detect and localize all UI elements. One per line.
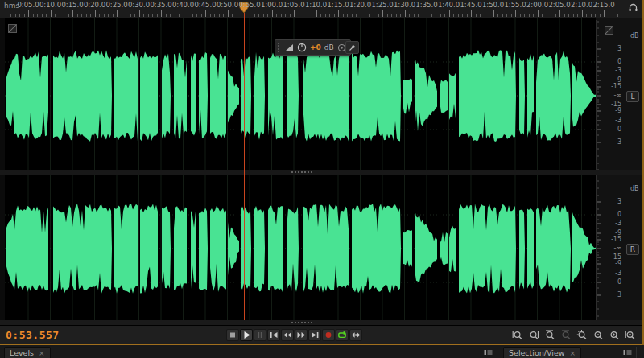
zoom-in-amplitude-button[interactable] xyxy=(623,329,638,341)
hud-drag-grip[interactable] xyxy=(278,43,282,52)
ruler-tick xyxy=(294,10,295,17)
tab-selection-view-close-icon[interactable]: × xyxy=(570,349,576,357)
ruler-tick xyxy=(205,10,206,17)
ruler-tick xyxy=(400,14,401,17)
ruler-tick xyxy=(113,14,114,17)
play-button[interactable] xyxy=(240,329,253,341)
gain-knob-icon[interactable] xyxy=(297,43,307,52)
db-scale-label: -15 xyxy=(601,84,621,90)
skip-to-end-button[interactable] xyxy=(308,329,321,341)
ruler-tick xyxy=(24,14,25,17)
ruler-tick xyxy=(369,14,370,17)
zoom-out-full-icon xyxy=(560,330,572,340)
tab-levels-label: Levels xyxy=(10,348,34,357)
channel-splitter-grip[interactable] xyxy=(291,171,312,173)
ruler-tick xyxy=(524,14,525,17)
loop-playback-button[interactable] xyxy=(336,329,349,341)
db-scale-label-infinity: -∞ xyxy=(601,245,621,252)
channel-badge-l[interactable]: L xyxy=(626,91,639,102)
ruler-tick xyxy=(418,14,419,17)
record-button[interactable] xyxy=(322,329,335,341)
skip-selection-button[interactable] xyxy=(349,329,362,341)
zoom-in-time-button[interactable] xyxy=(607,329,621,341)
ruler-time-label: 1:00.0 xyxy=(261,1,283,9)
ruler-tick xyxy=(117,10,118,17)
ruler-options-icon[interactable] xyxy=(605,26,613,35)
ruler-tick xyxy=(352,14,353,17)
hud-gain-control[interactable]: +0 dB xyxy=(275,39,351,56)
waveform-display[interactable] xyxy=(0,18,644,325)
panel-menu-icon-right[interactable] xyxy=(621,348,633,357)
zoom-in-time-icon xyxy=(609,330,620,340)
zoom-to-selection-icon xyxy=(544,330,555,340)
time-ruler[interactable]: hms 0:05.00:10.00:15.00:20.00:25.00:30.0… xyxy=(0,0,644,19)
ruler-tick xyxy=(81,14,82,17)
ruler-tick xyxy=(68,14,69,17)
ruler-tick xyxy=(609,14,609,17)
pause-button[interactable] xyxy=(254,329,266,341)
zoom-in-at-out-point-button[interactable] xyxy=(526,329,541,341)
ruler-tick xyxy=(497,14,498,17)
headphones-icon[interactable] xyxy=(628,2,638,13)
ruler-tick xyxy=(303,14,303,17)
ruler-time-label: 1:40.0 xyxy=(438,1,460,9)
playhead-time-display[interactable]: 0:53.557 xyxy=(6,329,60,341)
ruler-tick xyxy=(617,14,618,17)
db-scale-label: -3 xyxy=(601,68,621,74)
ruler-tick xyxy=(480,14,481,17)
ruler-tick xyxy=(77,14,78,17)
fade-ramp-icon[interactable] xyxy=(285,43,294,51)
ruler-tick xyxy=(196,14,197,17)
zoom-out-full-button[interactable] xyxy=(559,329,573,341)
ruler-time-label: 0:45.0 xyxy=(194,1,216,9)
ruler-tick xyxy=(414,14,415,17)
zoom-out-time-button[interactable] xyxy=(591,329,605,341)
hud-gain-value[interactable]: +0 xyxy=(310,43,321,51)
ruler-tick xyxy=(538,10,539,17)
waveform-editor[interactable]: dB3300-3-3-9-9-15-15-∞LdB3300-3-3-9-9-15… xyxy=(0,18,644,325)
ruler-tick xyxy=(436,14,436,17)
panel-corner-icon-left[interactable] xyxy=(8,24,17,33)
zoom-in-at-in-point-button[interactable] xyxy=(510,329,525,341)
ruler-tick xyxy=(338,10,339,17)
ruler-tick xyxy=(90,14,91,17)
ruler-tick xyxy=(365,14,365,17)
reset-zoom-button[interactable] xyxy=(575,329,589,341)
fast-forward-button[interactable] xyxy=(295,329,308,341)
ruler-tick xyxy=(361,10,361,17)
ruler-tick xyxy=(254,14,255,17)
db-scale-label: 0 xyxy=(601,212,621,218)
ruler-tick xyxy=(258,14,259,17)
ruler-tick xyxy=(219,14,220,17)
skip-to-start-button[interactable] xyxy=(267,329,280,341)
ruler-tick xyxy=(440,14,441,17)
db-scale-label: 0 xyxy=(601,59,621,65)
ruler-tick xyxy=(476,14,477,17)
ruler-time-label: 2:00.0 xyxy=(526,1,548,9)
rewind-button[interactable] xyxy=(281,329,294,341)
zoom-to-selection-button[interactable] xyxy=(543,329,557,341)
ruler-tick xyxy=(46,14,47,17)
tab-levels-close-icon[interactable]: × xyxy=(39,349,45,357)
panel-menu-icon-left[interactable] xyxy=(482,348,493,357)
ruler-tick xyxy=(108,14,109,17)
ruler-tick xyxy=(285,14,286,17)
channel-badge-r[interactable]: R xyxy=(626,244,639,255)
ruler-time-label: 0:50.0 xyxy=(217,1,238,9)
ruler-tick xyxy=(467,14,468,17)
db-scale-label: -15 xyxy=(601,237,621,243)
ruler-tick xyxy=(586,14,587,17)
bottom-splitter-grip[interactable] xyxy=(291,322,312,323)
hud-pin-button[interactable] xyxy=(345,41,359,54)
tab-levels[interactable]: Levels × xyxy=(4,347,51,358)
ruler-tick xyxy=(334,14,335,17)
ruler-tick xyxy=(15,14,16,17)
ruler-tick xyxy=(320,14,321,17)
ruler-time-label: 1:15.0 xyxy=(327,1,349,9)
ruler-tick xyxy=(299,14,299,17)
ruler-tick xyxy=(520,14,521,17)
tab-selection-view[interactable]: Selection/View × xyxy=(503,347,581,358)
stop-button[interactable] xyxy=(226,329,239,341)
ruler-tick xyxy=(329,14,330,17)
ruler-tick xyxy=(161,10,162,17)
